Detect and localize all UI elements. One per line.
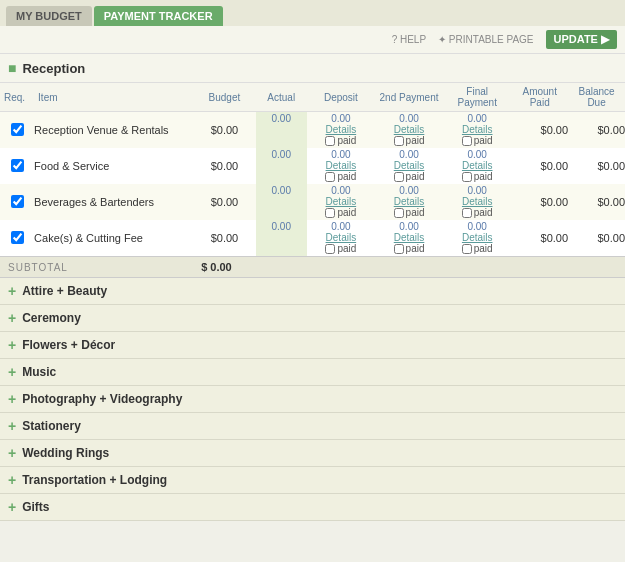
item-deposit-top: 0.00 (307, 220, 375, 232)
item-name: Cake(s) & Cutting Fee (34, 232, 143, 244)
item-final-top: 0.00 (443, 220, 511, 232)
header-budget: Budget (193, 83, 256, 112)
second-paid-checkbox[interactable] (394, 136, 404, 146)
category-row[interactable]: + Ceremony (0, 305, 625, 332)
second-paid-label: paid (406, 135, 425, 146)
header-deposit: Deposit (307, 83, 375, 112)
category-row[interactable]: + Photography + Videography (0, 386, 625, 413)
top-tabs: MY BUDGET PAYMENT TRACKER (0, 0, 625, 26)
deposit-paid-checkbox[interactable] (325, 244, 335, 254)
item-name: Food & Service (34, 160, 109, 172)
category-row[interactable]: + Wedding Rings (0, 440, 625, 467)
item-amount-paid: $0.00 (511, 184, 568, 220)
help-link[interactable]: ? HELP (392, 34, 426, 45)
final-paid-checkbox[interactable] (462, 208, 472, 218)
tab-payment[interactable]: PAYMENT TRACKER (94, 6, 223, 26)
category-expand-icon: + (8, 499, 16, 515)
final-detail-link[interactable]: Details (447, 196, 507, 207)
final-detail-link[interactable]: Details (447, 124, 507, 135)
item-budget-cell: $0.00 (193, 184, 256, 220)
item-name: Reception Venue & Rentals (34, 124, 169, 136)
second-paid-label: paid (406, 207, 425, 218)
final-paid-label: paid (474, 207, 493, 218)
deposit-paid-checkbox[interactable] (325, 208, 335, 218)
item-final-bottom: Details paid (443, 232, 511, 257)
subtotal-value: $ 0.00 (193, 257, 625, 278)
category-row[interactable]: + Attire + Beauty (0, 278, 625, 305)
final-detail-link[interactable]: Details (447, 232, 507, 243)
deposit-paid-checkbox[interactable] (325, 136, 335, 146)
category-name: Attire + Beauty (22, 284, 107, 298)
category-name: Wedding Rings (22, 446, 109, 460)
item-actual-bottom (256, 160, 307, 184)
item-name-cell: Cake(s) & Cutting Fee (34, 220, 193, 257)
section-title: Reception (22, 61, 85, 76)
update-button[interactable]: UPDATE ▶ (546, 30, 617, 49)
item-final-bottom: Details paid (443, 196, 511, 220)
final-paid-checkbox[interactable] (462, 172, 472, 182)
category-expand-icon: + (8, 391, 16, 407)
second-detail-link[interactable]: Details (379, 124, 439, 135)
category-row[interactable]: + Transportation + Lodging (0, 467, 625, 494)
printable-link[interactable]: ✦ PRINTABLE PAGE (438, 34, 533, 45)
item-second-top: 0.00 (375, 184, 443, 196)
final-paid-checkbox[interactable] (462, 244, 472, 254)
second-detail-link[interactable]: Details (379, 196, 439, 207)
section-icon: ■ (8, 60, 16, 76)
app-container: MY BUDGET PAYMENT TRACKER ? HELP ✦ PRINT… (0, 0, 625, 521)
item-req-cell (0, 184, 34, 220)
second-paid-checkbox[interactable] (394, 208, 404, 218)
item-amount-row: Food & Service $0.00 0.00 0.00 0.00 0.00… (0, 148, 625, 160)
item-actual-top: 0.00 (256, 184, 307, 196)
category-expand-icon: + (8, 418, 16, 434)
second-paid-label: paid (406, 171, 425, 182)
header-final-payment: Final Payment (443, 83, 511, 112)
item-budget-cell: $0.00 (193, 112, 256, 149)
category-row[interactable]: + Flowers + Décor (0, 332, 625, 359)
category-row[interactable]: + Gifts (0, 494, 625, 521)
second-paid-checkbox[interactable] (394, 172, 404, 182)
deposit-paid-checkbox[interactable] (325, 172, 335, 182)
final-detail-link[interactable]: Details (447, 160, 507, 171)
req-checkbox[interactable] (11, 195, 24, 208)
header-actual: Actual (256, 83, 307, 112)
deposit-detail-link[interactable]: Details (311, 160, 371, 171)
deposit-detail-link[interactable]: Details (311, 232, 371, 243)
category-name: Photography + Videography (22, 392, 182, 406)
category-row[interactable]: + Stationery (0, 413, 625, 440)
item-deposit-top: 0.00 (307, 148, 375, 160)
req-checkbox[interactable] (11, 123, 24, 136)
category-row[interactable]: + Music (0, 359, 625, 386)
item-req-cell (0, 148, 34, 184)
item-deposit-bottom: Details paid (307, 196, 375, 220)
header-amount-paid: Amount Paid (511, 83, 568, 112)
deposit-paid-label: paid (337, 207, 356, 218)
second-paid-checkbox[interactable] (394, 244, 404, 254)
item-amount-paid: $0.00 (511, 220, 568, 257)
req-checkbox[interactable] (11, 231, 24, 244)
req-checkbox[interactable] (11, 159, 24, 172)
item-final-top: 0.00 (443, 112, 511, 125)
item-final-bottom: Details paid (443, 124, 511, 148)
item-deposit-bottom: Details paid (307, 160, 375, 184)
second-detail-link[interactable]: Details (379, 160, 439, 171)
deposit-detail-link[interactable]: Details (311, 124, 371, 135)
item-name-cell: Reception Venue & Rentals (34, 112, 193, 149)
item-deposit-top: 0.00 (307, 112, 375, 125)
main-content: ■ Reception Req. Item Budget Actual Depo… (0, 54, 625, 521)
item-req-cell (0, 220, 34, 257)
second-detail-link[interactable]: Details (379, 232, 439, 243)
subtotal-label: SUBTOTAL (0, 257, 193, 278)
item-actual-bottom (256, 196, 307, 220)
item-deposit-bottom: Details paid (307, 124, 375, 148)
category-name: Gifts (22, 500, 49, 514)
item-actual-top: 0.00 (256, 112, 307, 125)
tab-mybudget[interactable]: MY BUDGET (6, 6, 92, 26)
item-actual-bottom (256, 124, 307, 148)
item-budget-cell: $0.00 (193, 148, 256, 184)
deposit-detail-link[interactable]: Details (311, 196, 371, 207)
final-paid-checkbox[interactable] (462, 136, 472, 146)
deposit-paid-label: paid (337, 135, 356, 146)
item-deposit-top: 0.00 (307, 184, 375, 196)
item-balance-due: $0.00 (568, 220, 625, 257)
